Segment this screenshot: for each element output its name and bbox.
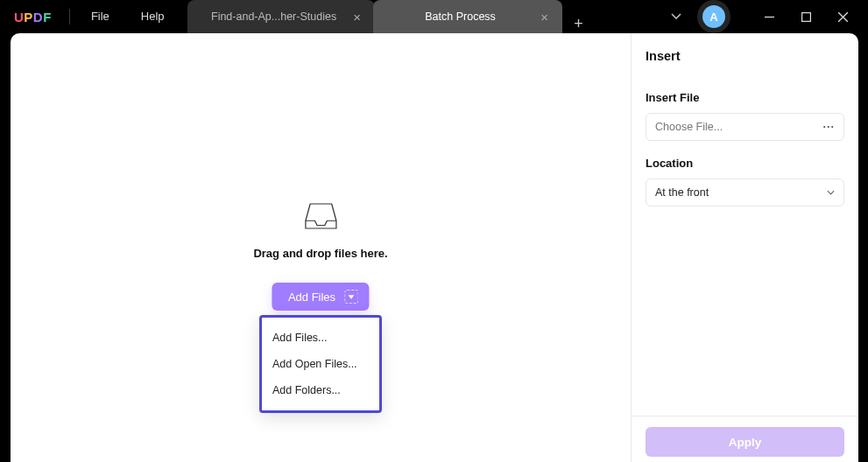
tab-batch-process[interactable]: Batch Process × <box>373 0 562 33</box>
main-area: Drag and drop files here. Add Files Add … <box>11 33 631 462</box>
tab-strip: Find-and-Ap...her-Studies × Batch Proces… <box>187 0 596 33</box>
main-menu: File Help <box>75 0 180 33</box>
caret-down-icon <box>349 295 355 299</box>
tab-document[interactable]: Find-and-Ap...her-Studies × <box>187 0 375 33</box>
close-button[interactable] <box>824 0 861 33</box>
window-controls <box>751 0 861 33</box>
tab-label: Batch Process <box>391 10 531 23</box>
maximize-icon <box>801 12 811 22</box>
minimize-icon <box>765 12 774 22</box>
new-tab-button[interactable]: + <box>562 15 596 33</box>
app-logo: UPDF <box>0 0 64 33</box>
title-bar: UPDF File Help Find-and-Ap...her-Studies… <box>0 0 868 33</box>
menu-add-files[interactable]: Add Files... <box>272 325 369 351</box>
add-files-label: Add Files <box>288 290 335 304</box>
avatar-initial: A <box>709 10 717 24</box>
menu-file[interactable]: File <box>75 0 125 33</box>
sidebar-section: Insert File Choose File... ··· Location … <box>632 75 858 206</box>
menu-add-folders[interactable]: Add Folders... <box>272 377 369 403</box>
add-files-menu: Add Files... Add Open Files... Add Folde… <box>259 315 382 413</box>
drop-zone[interactable]: Drag and drop files here. Add Files <box>253 198 387 311</box>
menu-help[interactable]: Help <box>125 0 180 33</box>
maximize-button[interactable] <box>787 0 824 33</box>
close-icon[interactable]: × <box>538 10 552 24</box>
minimize-button[interactable] <box>751 0 787 33</box>
menu-add-open-files[interactable]: Add Open Files... <box>272 351 369 377</box>
inbox-icon <box>302 198 339 234</box>
location-value: At the front <box>655 186 709 199</box>
dropdown-button[interactable] <box>659 13 694 20</box>
separator <box>69 9 70 24</box>
sidebar-footer: Apply <box>632 416 858 462</box>
close-icon <box>838 12 848 22</box>
choose-file-placeholder: Choose File... <box>655 121 723 133</box>
browse-icon[interactable]: ··· <box>823 121 835 133</box>
sidebar-title: Insert <box>632 33 858 75</box>
insert-file-label: Insert File <box>646 91 844 104</box>
sidebar: Insert Insert File Choose File... ··· Lo… <box>631 33 858 462</box>
app-body: Drag and drop files here. Add Files Add … <box>11 33 858 462</box>
avatar[interactable]: A <box>702 5 725 28</box>
add-files-caret[interactable] <box>344 290 358 304</box>
apply-button[interactable]: Apply <box>646 427 844 457</box>
svg-rect-0 <box>801 12 810 21</box>
drop-prompt-text: Drag and drop files here. <box>253 247 387 260</box>
tab-label: Find-and-Ap...her-Studies <box>205 10 343 23</box>
add-files-button[interactable]: Add Files <box>272 283 369 311</box>
titlebar-right: A <box>659 0 868 33</box>
location-select[interactable]: At the front <box>646 178 844 206</box>
location-label: Location <box>646 157 844 170</box>
chevron-down-icon <box>671 13 681 20</box>
chevron-down-icon <box>827 190 835 195</box>
close-icon[interactable]: × <box>350 10 364 24</box>
choose-file-field[interactable]: Choose File... ··· <box>646 113 844 141</box>
